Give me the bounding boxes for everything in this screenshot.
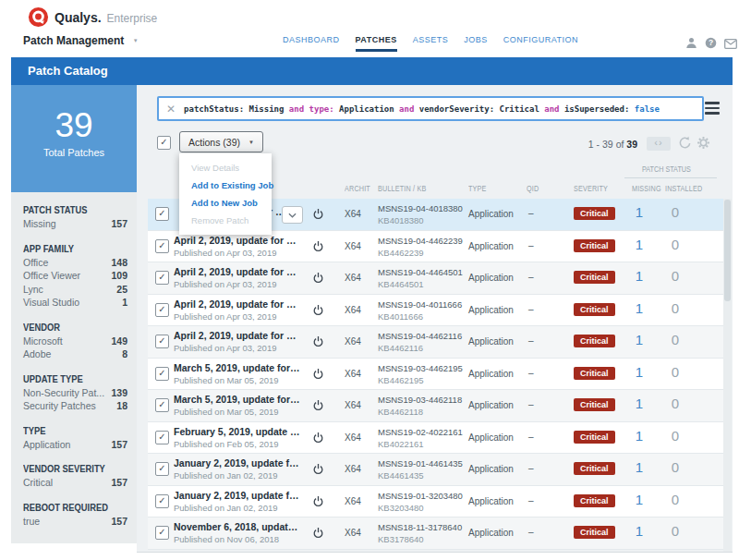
qid-cell: – [528, 304, 534, 314]
patch-status-group-line [624, 177, 717, 178]
menu-icon[interactable] [705, 102, 720, 117]
chevron-down-icon [288, 213, 297, 218]
scrollbar[interactable] [723, 199, 732, 552]
pager-arrows[interactable]: ‹› [647, 137, 671, 151]
nav-tab-patches[interactable]: PATCHES [356, 35, 397, 52]
row-checkbox[interactable]: ✓ [155, 526, 169, 540]
gear-icon[interactable] [697, 136, 710, 153]
nav-tab-assets[interactable]: ASSETS [413, 35, 449, 52]
table-row[interactable]: ✓March 5, 2019, update for…Published on … [148, 359, 723, 391]
patch-title: February 5, 2019, update … [174, 426, 300, 437]
patch-title: January 2, 2019, update f… [174, 490, 298, 501]
table-row[interactable]: ✓February 5, 2019, update …Published on … [148, 422, 723, 455]
row-checkbox[interactable]: ✓ [155, 239, 169, 253]
filter-item[interactable]: Critical157 [23, 477, 127, 490]
table-row[interactable]: ✓November 6, 2018, updat…Published on No… [148, 517, 723, 550]
row-checkbox[interactable]: ✓ [155, 494, 169, 508]
table-row[interactable]: ✓March 5, 2019, update for…Published on … [148, 390, 723, 422]
table-row[interactable]: ✓January 2, 2019, update f…Published on … [148, 454, 723, 486]
user-icon[interactable] [685, 36, 697, 53]
query-token: Application [339, 104, 399, 114]
row-checkbox[interactable]: ✓ [155, 271, 169, 285]
row-checkbox[interactable]: ✓ [155, 398, 169, 412]
type-cell: Application [468, 528, 514, 538]
pagination-summary: 1 - 39 of 39 [545, 139, 637, 150]
actions-button-label: Actions (39) [188, 137, 240, 148]
table-row[interactable]: ✓April 2, 2019, update for …Published on… [148, 262, 723, 295]
severity-badge: Critical [574, 462, 615, 475]
mail-icon[interactable] [724, 36, 737, 53]
nav-tab-configuration[interactable]: CONFIGURATION [503, 35, 578, 52]
help-icon[interactable]: ? [705, 36, 717, 53]
power-icon [312, 207, 324, 224]
row-checkbox[interactable]: ✓ [155, 431, 169, 444]
installed-count: 0 [665, 364, 685, 380]
row-checkbox[interactable]: ✓ [155, 303, 169, 317]
kb-cell: KB4022161 [378, 439, 424, 449]
svg-text:?: ? [709, 38, 713, 47]
scrollbar-thumb[interactable] [724, 200, 731, 301]
menu-item-add-to-existing-job[interactable]: Add to Existing Job [179, 177, 272, 194]
filter-item[interactable]: Adobe8 [23, 348, 127, 361]
table-row[interactable]: ✓January 2, 2019, update f…Published on … [148, 486, 723, 518]
filter-item[interactable]: Office148 [23, 257, 127, 270]
table-row[interactable]: ✓April 2, 2019, update for …Published on… [148, 295, 723, 327]
row-checkbox[interactable]: ✓ [155, 207, 169, 221]
missing-count: 1 [629, 204, 649, 220]
select-all-checkbox[interactable]: ✓ [157, 136, 171, 150]
archit-cell: X64 [345, 336, 361, 347]
row-checkbox[interactable]: ✓ [155, 462, 169, 476]
filter-item[interactable]: Missing157 [23, 218, 127, 231]
brand: Qualys.Enterprise [55, 10, 157, 25]
table-row[interactable]: ✓April 2, 2019, update for …Published on… [148, 231, 723, 263]
row-checkbox[interactable]: ✓ [155, 335, 169, 348]
kb-cell: KB4462239 [378, 248, 424, 258]
archit-cell: X64 [345, 464, 361, 474]
patch-status-group-header: PATCH STATUS [624, 164, 717, 174]
archit-cell: X64 [345, 496, 361, 506]
clear-search-icon[interactable]: ✕ [166, 103, 176, 116]
filter-item[interactable]: Microsoft149 [23, 335, 127, 348]
filter-item[interactable]: Application157 [23, 439, 127, 452]
total-patches-label: Total Patches [11, 147, 137, 158]
module-label: Patch Management [23, 34, 124, 47]
kb-cell: KB4462116 [378, 343, 423, 353]
type-cell: Application [468, 369, 514, 379]
module-selector[interactable]: Patch Management ▼ [23, 34, 139, 47]
refresh-icon[interactable] [678, 136, 692, 153]
nav-tab-dashboard[interactable]: DASHBOARD [283, 35, 340, 52]
missing-count: 1 [629, 300, 649, 316]
installed-count: 0 [665, 237, 685, 252]
search-bar[interactable]: ✕ patchStatus: Missing and type: Applica… [157, 96, 704, 121]
filter-item[interactable]: Visual Studio1 [23, 297, 127, 310]
search-query-input[interactable]: patchStatus: Missing and type: Applicati… [184, 104, 660, 114]
filter-item[interactable]: Security Patches18 [23, 400, 127, 413]
missing-count: 1 [629, 523, 649, 539]
filter-item[interactable]: Lync25 [23, 284, 127, 297]
filter-item-label: Adobe [23, 348, 51, 361]
archit-cell: X64 [345, 369, 361, 379]
filter-item[interactable]: Office Viewer109 [23, 270, 127, 283]
patch-title: April 2, 2019, update for … [174, 235, 296, 246]
row-checkbox[interactable]: ✓ [155, 367, 169, 381]
filter-item[interactable]: Non-Security Pat...139 [23, 387, 127, 400]
total-patches-box: 39 Total Patches [11, 85, 137, 192]
menu-item-add-to-new-job[interactable]: Add to New Job [179, 194, 272, 212]
qid-cell: – [528, 240, 534, 250]
actions-menu: View DetailsAdd to Existing JobAdd to Ne… [179, 153, 272, 235]
kb-cell: KB4462195 [378, 375, 424, 385]
actions-button[interactable]: Actions (39) ▼ [179, 131, 263, 152]
filter-item[interactable]: true157 [23, 516, 127, 529]
column-header-archit: ARCHIT [345, 184, 375, 193]
table-row[interactable]: ✓April 2, 2019, update for …Published on… [148, 326, 723, 359]
query-token: type: [309, 104, 340, 114]
filter-item-count: 149 [111, 335, 127, 348]
archit-cell: X64 [345, 400, 361, 410]
installed-count: 0 [665, 492, 685, 507]
qid-cell: – [528, 495, 534, 505]
expander-button[interactable] [282, 206, 303, 224]
bulletin-cell: MSNS19-03-4462118 [378, 395, 462, 405]
nav-tab-jobs[interactable]: JOBS [464, 35, 488, 52]
severity-badge: Critical [574, 494, 615, 507]
query-token: and [399, 104, 419, 114]
